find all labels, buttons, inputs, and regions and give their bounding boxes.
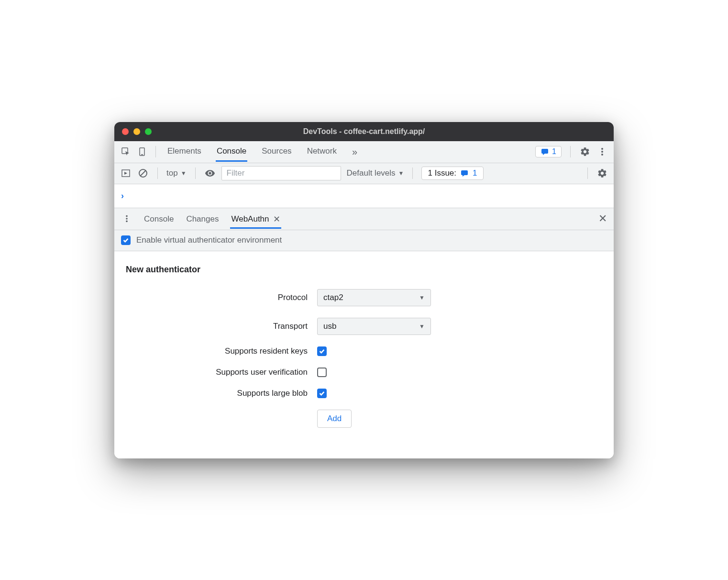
- close-window-button[interactable]: [122, 128, 129, 135]
- console-prompt-icon: ›: [121, 191, 124, 201]
- chevron-down-icon: ▼: [419, 294, 425, 301]
- enable-checkbox[interactable]: [121, 235, 131, 245]
- user-verification-row: Supports user verification: [126, 368, 602, 377]
- filter-input[interactable]: [221, 166, 341, 180]
- svg-point-5: [601, 151, 603, 153]
- log-levels-select[interactable]: Default levels ▼: [347, 168, 404, 178]
- svg-rect-10: [461, 170, 468, 175]
- protocol-value: ctap2: [323, 293, 343, 302]
- devtools-window: DevTools - coffee-cart.netlify.app/ Elem…: [114, 122, 614, 458]
- window-title: DevTools - coffee-cart.netlify.app/: [303, 127, 425, 136]
- user-verification-label: Supports user verification: [126, 368, 308, 377]
- resident-keys-label: Supports resident keys: [126, 346, 308, 356]
- live-expression-icon[interactable]: [204, 167, 216, 179]
- transport-select[interactable]: usb ▼: [317, 318, 431, 335]
- drawer-tab-changes[interactable]: Changes: [185, 210, 220, 228]
- svg-point-6: [601, 154, 603, 156]
- traffic-lights: [122, 128, 152, 135]
- add-button[interactable]: Add: [317, 410, 352, 428]
- add-row: . Add: [126, 410, 602, 428]
- svg-point-12: [126, 218, 128, 220]
- transport-value: usb: [323, 322, 336, 331]
- svg-line-9: [140, 170, 146, 176]
- console-toolbar: top ▼ Default levels ▼ 1 Issue: 1: [114, 163, 614, 184]
- close-drawer-icon[interactable]: ✕: [598, 212, 607, 225]
- resident-keys-checkbox[interactable]: [317, 346, 327, 356]
- issues-label: 1 Issue:: [428, 168, 456, 178]
- svg-point-13: [126, 221, 128, 223]
- enable-label: Enable virtual authenticator environment: [136, 235, 282, 245]
- titlebar: DevTools - coffee-cart.netlify.app/: [114, 122, 614, 141]
- drawer-tab-console[interactable]: Console: [143, 210, 175, 228]
- badge-count: 1: [552, 147, 556, 156]
- large-blob-checkbox[interactable]: [317, 389, 327, 398]
- protocol-row: Protocol ctap2 ▼: [126, 289, 602, 306]
- console-settings-gear-icon[interactable]: [596, 167, 608, 179]
- more-menu-icon[interactable]: [596, 146, 608, 157]
- chevron-down-icon: ▼: [181, 170, 187, 177]
- divider: [570, 146, 571, 157]
- tab-sources[interactable]: Sources: [261, 142, 292, 162]
- maximize-window-button[interactable]: [145, 128, 152, 135]
- divider: [157, 167, 158, 179]
- tab-console[interactable]: Console: [216, 142, 247, 162]
- drawer-tab-webauthn[interactable]: WebAuthn ✕: [230, 209, 281, 229]
- toolbar-right: 1: [535, 146, 608, 157]
- large-blob-label: Supports large blob: [126, 389, 308, 398]
- divider: [587, 167, 588, 179]
- context-select[interactable]: top ▼: [166, 168, 187, 178]
- context-value: top: [166, 168, 178, 178]
- large-blob-row: Supports large blob: [126, 389, 602, 398]
- chevron-down-icon: ▼: [398, 170, 404, 177]
- transport-label: Transport: [126, 322, 308, 331]
- svg-point-4: [601, 148, 603, 150]
- device-toggle-icon[interactable]: [136, 146, 148, 157]
- panel-tabs: Elements Console Sources Network »: [166, 142, 358, 162]
- main-toolbar: Elements Console Sources Network » 1: [114, 141, 614, 163]
- drawer-tab-label: WebAuthn: [231, 214, 269, 224]
- issues-count: 1: [473, 168, 477, 178]
- settings-gear-icon[interactable]: [579, 146, 591, 157]
- svg-rect-3: [541, 149, 548, 154]
- svg-point-11: [126, 215, 128, 217]
- toggle-sidebar-icon[interactable]: [120, 167, 132, 179]
- protocol-select[interactable]: ctap2 ▼: [317, 289, 431, 306]
- enable-row: Enable virtual authenticator environment: [114, 230, 614, 251]
- inspect-icon[interactable]: [120, 146, 132, 157]
- levels-value: Default levels: [347, 168, 396, 178]
- resident-keys-row: Supports resident keys: [126, 346, 602, 356]
- transport-row: Transport usb ▼: [126, 318, 602, 335]
- user-verification-checkbox[interactable]: [317, 368, 327, 377]
- divider: [195, 167, 196, 179]
- drawer-more-icon[interactable]: [121, 213, 132, 224]
- issues-indicator[interactable]: 1 Issue: 1: [421, 167, 483, 180]
- tab-elements[interactable]: Elements: [166, 142, 202, 162]
- clear-console-icon[interactable]: [137, 167, 149, 179]
- console-body[interactable]: ›: [114, 184, 614, 208]
- drawer-tabs: Console Changes WebAuthn ✕ ✕: [114, 208, 614, 230]
- tab-network[interactable]: Network: [306, 142, 338, 162]
- minimize-window-button[interactable]: [133, 128, 140, 135]
- issues-badge[interactable]: 1: [535, 146, 562, 157]
- protocol-label: Protocol: [126, 293, 308, 302]
- close-tab-icon[interactable]: ✕: [273, 214, 280, 224]
- divider: [412, 167, 413, 179]
- webauthn-form: New authenticator Protocol ctap2 ▼ Trans…: [114, 251, 614, 458]
- form-title: New authenticator: [126, 265, 602, 275]
- chevron-down-icon: ▼: [419, 323, 425, 330]
- tabs-overflow-icon[interactable]: »: [351, 142, 358, 162]
- divider: [155, 146, 156, 157]
